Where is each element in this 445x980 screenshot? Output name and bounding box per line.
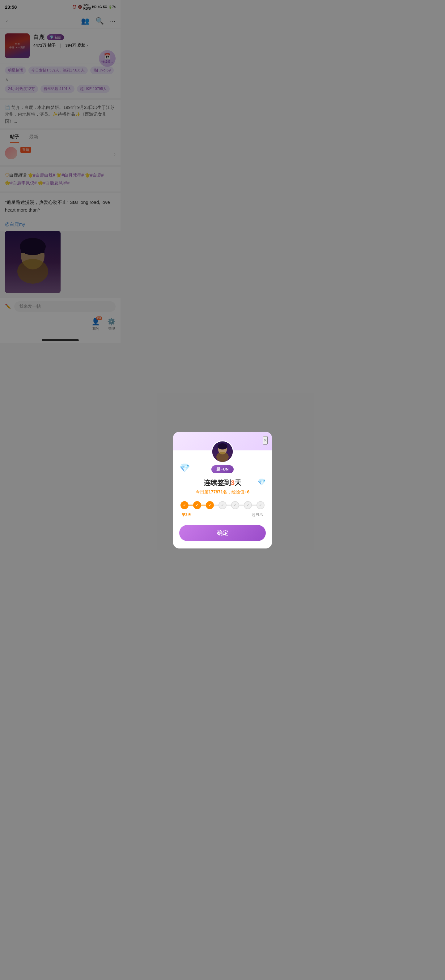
modal-overlay: × 💎 💎 (0, 0, 120, 344)
